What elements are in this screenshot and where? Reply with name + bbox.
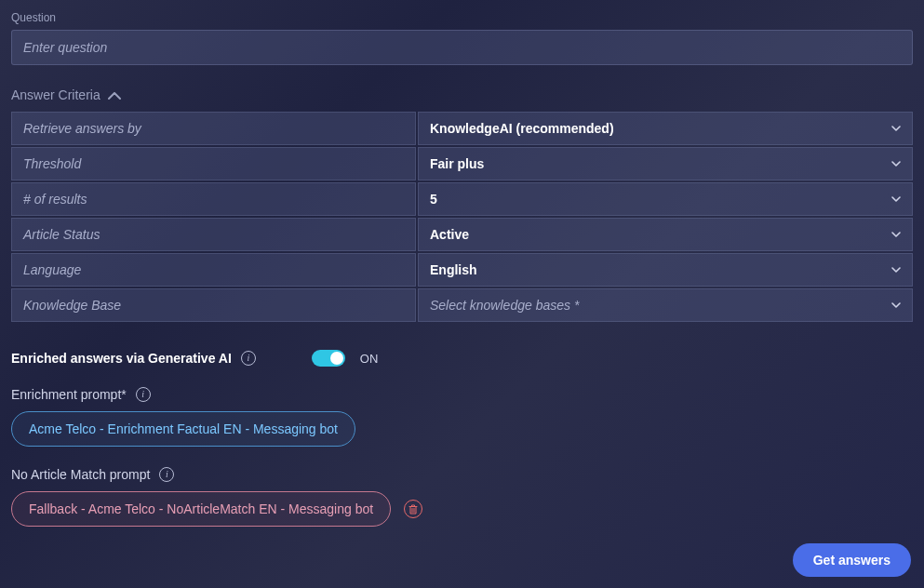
retrieve-answers-value: KnowledgeAI (recommended) [430,121,614,136]
no-article-match-chip[interactable]: Fallback - Acme Telco - NoArticleMatch E… [11,491,391,527]
enriched-answers-label: Enriched answers via Generative AI [11,351,232,366]
threshold-value: Fair plus [430,156,484,171]
retrieve-answers-select[interactable]: KnowledgeAI (recommended) [418,112,913,145]
article-status-select[interactable]: Active [418,218,913,251]
info-icon[interactable]: i [241,351,256,366]
language-select[interactable]: English [418,253,913,287]
language-value: English [430,262,477,277]
enriched-answers-row: Enriched answers via Generative AI i ON [11,350,913,367]
footer: Get answers [793,543,911,577]
chevron-down-icon [891,194,901,204]
chevron-down-icon [891,265,901,274]
question-label: Question [11,11,913,24]
get-answers-button[interactable]: Get answers [793,543,911,577]
info-icon[interactable]: i [159,467,174,482]
toggle-knob [330,352,343,365]
no-article-match-label: No Article Match prompt [11,467,150,482]
knowledge-base-select[interactable]: Select knowledge bases * [418,288,913,322]
enrichment-prompt-label: Enrichment prompt* [11,387,127,402]
results-count-value: 5 [430,192,437,207]
criteria-label-threshold: Threshold [11,147,416,180]
article-status-value: Active [430,227,469,242]
criteria-label-knowledge-base: Knowledge Base [11,288,416,322]
results-count-select[interactable]: 5 [418,182,913,216]
threshold-select[interactable]: Fair plus [418,147,913,180]
answer-criteria-header[interactable]: Answer Criteria [11,87,913,102]
answer-criteria-title: Answer Criteria [11,87,100,102]
chevron-down-icon [891,301,901,310]
question-input[interactable] [11,30,913,65]
answer-criteria-grid: Retrieve answers by KnowledgeAI (recomme… [11,112,913,322]
enriched-toggle[interactable] [312,350,345,367]
no-article-match-label-row: No Article Match prompt i [11,467,913,482]
enrichment-prompt-chip[interactable]: Acme Telco - Enrichment Factual EN - Mes… [11,411,355,447]
chevron-down-icon [891,124,901,133]
enriched-toggle-state: ON [360,352,379,366]
criteria-label-language: Language [11,253,416,287]
criteria-label-retrieve: Retrieve answers by [11,112,416,145]
info-icon[interactable]: i [136,387,151,402]
trash-icon[interactable] [404,500,422,518]
no-article-match-chip-row: Fallback - Acme Telco - NoArticleMatch E… [11,491,913,527]
criteria-label-article-status: Article Status [11,218,416,251]
knowledge-base-value: Select knowledge bases * [430,298,579,313]
chevron-down-icon [891,230,901,239]
chevron-down-icon [891,159,901,168]
chevron-up-icon [108,87,121,102]
criteria-label-results: # of results [11,182,416,216]
enrichment-prompt-label-row: Enrichment prompt* i [11,387,913,402]
